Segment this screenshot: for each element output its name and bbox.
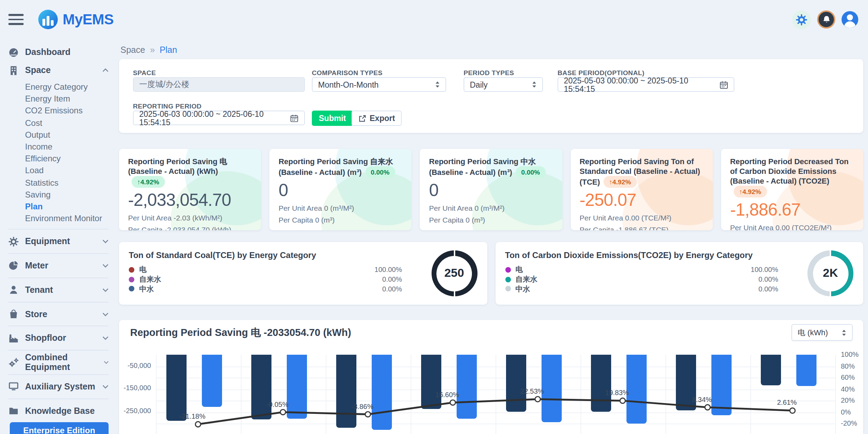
stat-title: Reporting Period Saving 电 (Baseline - Ac… <box>128 157 227 175</box>
sidebar-item-label: Knowledge Base <box>25 406 95 416</box>
per-capita: Per Capita -1,886.67 (TCE) <box>579 225 703 230</box>
trend-badge: ↑4.92% <box>603 176 637 188</box>
sidebar-item-saving[interactable]: Saving <box>25 189 109 201</box>
calendar-icon <box>720 80 728 89</box>
sidebar-item-load[interactable]: Load <box>25 165 109 177</box>
sidebar-item-shopfloor[interactable]: Shopfloor <box>8 326 109 350</box>
chart-title: Reporting Period Saving 电 -2033054.70 (k… <box>130 326 351 339</box>
export-button[interactable]: Export <box>352 111 402 126</box>
comparison-types-label: COMPARISON TYPES <box>312 69 382 77</box>
sidebar-item-label: Store <box>25 309 47 319</box>
line-value-label: 16.60% <box>419 391 475 399</box>
legend-percent: 0.00% <box>751 275 778 284</box>
line-value-label: -0.05% <box>250 400 305 408</box>
legend-item[interactable]: 电 <box>505 265 537 275</box>
chart-plot-area[interactable]: -21.18%-0.05%-3.86%16.60%22.53%19.83%8.3… <box>156 355 835 434</box>
space-label: SPACE <box>133 69 156 77</box>
notifications-button[interactable] <box>817 10 835 29</box>
comparison-types-select[interactable]: Month-On-Month <box>312 77 446 92</box>
period-types-select[interactable]: Daily <box>464 77 543 92</box>
donut-legend: 电 自来水 中水 <box>129 265 161 294</box>
sidebar-item-label: Meter <box>25 261 48 271</box>
menu-toggle-icon[interactable] <box>8 14 24 25</box>
space-submenu: Energy Category Energy Item CO2 Emission… <box>25 81 109 225</box>
sidebar-item-cost[interactable]: Cost <box>25 117 109 129</box>
submit-button[interactable]: Submit <box>312 111 353 126</box>
space-input[interactable]: 一度城/办公楼 <box>133 77 305 92</box>
line-marker <box>620 398 625 403</box>
right-axis-tick: 60% <box>841 373 855 381</box>
right-axis-tick: 20% <box>841 396 855 404</box>
breadcrumb-plan[interactable]: Plan <box>160 45 177 55</box>
sidebar-item-space[interactable]: Space <box>8 61 109 79</box>
enterprise-edition-button[interactable]: Enterprise Edition <box>10 422 109 434</box>
reporting-period-input[interactable]: 2025-06-03 00:00:00 ~ 2025-06-10 15:54:1… <box>133 111 305 125</box>
user-avatar-button[interactable] <box>842 11 858 28</box>
sidebar-item-store[interactable]: Store <box>8 302 109 326</box>
brand-logo[interactable]: MyEMS <box>38 10 113 29</box>
stat-cards-row: Reporting Period Saving 电 (Baseline - Ac… <box>119 149 863 230</box>
chevron-down-icon <box>102 336 109 340</box>
line-value-label: 19.83% <box>589 389 645 396</box>
sidebar-item-environment-monitor[interactable]: Environment Monitor <box>25 213 109 225</box>
sidebar-item-energy-category[interactable]: Energy Category <box>25 81 109 93</box>
sidebar-item-plan[interactable]: Plan <box>25 201 109 213</box>
tce-by-category-card: Ton of Standard Coal(TCE) by Energy Cate… <box>119 242 487 305</box>
sidebar-item-statistics[interactable]: Statistics <box>25 177 109 189</box>
sidebar-item-auxiliary-system[interactable]: Auxiliary System <box>8 374 109 399</box>
building-icon <box>8 65 19 75</box>
sidebar-item-knowledge-base[interactable]: Knowledge Base <box>8 399 109 423</box>
legend-percent: 0.00% <box>374 284 402 294</box>
line-marker <box>280 409 285 415</box>
legend-label: 电 <box>139 265 147 275</box>
select-arrows-icon <box>532 81 537 88</box>
legend-label: 电 <box>515 265 523 275</box>
factory-icon <box>8 333 19 344</box>
chevron-down-icon <box>102 288 109 292</box>
bell-icon <box>822 15 831 24</box>
export-icon <box>358 114 366 122</box>
legend-item[interactable]: 中水 <box>129 284 161 294</box>
legend-item[interactable]: 电 <box>129 265 161 275</box>
sidebar-item-combined-equipment[interactable]: Combined Equipment <box>8 350 109 374</box>
sidebar-item-energy-item[interactable]: Energy Item <box>25 93 109 105</box>
legend-item[interactable]: 中水 <box>505 284 537 294</box>
sidebar-item-efficiency[interactable]: Efficiency <box>25 153 109 165</box>
monitor-icon <box>8 381 19 392</box>
chevron-down-icon <box>104 360 109 364</box>
legend-label: 自来水 <box>139 274 161 284</box>
line-marker <box>195 421 200 427</box>
line-marker <box>365 412 370 417</box>
sidebar-item-meter[interactable]: Meter <box>8 253 109 278</box>
base-period-input[interactable]: 2025-05-03 00:00:00 ~ 2025-05-10 15:54:1… <box>558 77 734 92</box>
breadcrumb-space[interactable]: Space <box>120 45 145 55</box>
line-marker <box>705 405 710 410</box>
person-icon <box>842 11 858 28</box>
donut-percentages: 100.00% 0.00% 0.00% <box>374 265 402 294</box>
donut-chart[interactable]: 250 <box>431 250 477 296</box>
settings-button[interactable] <box>792 10 811 29</box>
sidebar-item-co2-emissions[interactable]: CO2 Emissions <box>25 105 109 117</box>
sidebar-item-dashboard[interactable]: Dashboard <box>8 43 109 61</box>
chevron-down-icon <box>102 239 109 243</box>
trend-badge: ↑4.92% <box>132 176 165 188</box>
sidebar-item-output[interactable]: Output <box>25 129 109 141</box>
legend-label: 中水 <box>139 284 154 294</box>
sidebar-item-tenant[interactable]: Tenant <box>8 278 109 302</box>
left-axis-tick: -250,000 <box>123 407 151 415</box>
comparison-types-value: Month-On-Month <box>318 80 379 89</box>
legend-item[interactable]: 自来水 <box>505 275 537 284</box>
sidebar-item-label: Dashboard <box>25 47 71 57</box>
right-axis-tick: -20% <box>841 419 857 427</box>
legend-item[interactable]: 自来水 <box>129 275 161 284</box>
donut-legend: 电 自来水 中水 <box>505 265 537 294</box>
legend-dot <box>505 267 511 273</box>
sidebar-item-label: Auxiliary System <box>25 382 95 392</box>
sidebar-item-income[interactable]: Income <box>25 141 109 153</box>
line-marker <box>450 400 455 405</box>
donut-chart[interactable]: 2K <box>807 250 853 296</box>
energy-unit-select[interactable]: 电 (kWh) <box>791 324 853 341</box>
per-capita: Per Capita -2,033,054.70 (kWh) <box>128 225 252 230</box>
sidebar-item-equipment[interactable]: Equipment <box>8 229 109 254</box>
legend-percent: 0.00% <box>374 275 402 284</box>
